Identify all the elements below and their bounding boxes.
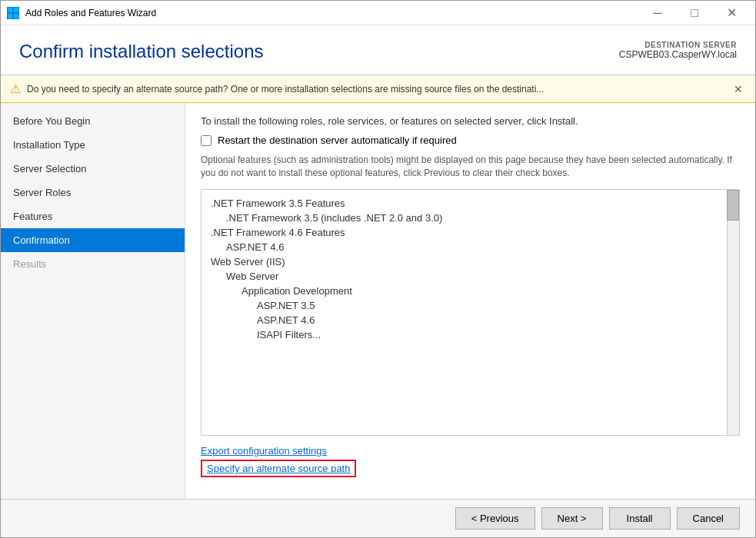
app-icon [7, 7, 19, 19]
feature-item: Web Server [205, 269, 736, 284]
sidebar-item-results: Results [1, 252, 185, 276]
scrollbar-track[interactable] [727, 190, 739, 435]
destination-label: DESTINATION SERVER [619, 41, 737, 49]
sidebar-item-server-roles[interactable]: Server Roles [1, 181, 185, 204]
svg-rect-1 [14, 8, 18, 12]
window-title: Add Roles and Features Wizard [25, 8, 640, 18]
maximize-button[interactable]: □ [677, 2, 712, 25]
previous-button[interactable]: < Previous [455, 507, 535, 530]
alternate-source-link[interactable]: Specify an alternate source path [201, 460, 356, 477]
svg-rect-3 [14, 14, 18, 18]
feature-item: ASP.NET 4.6 [205, 313, 736, 327]
sidebar-item-installation-type[interactable]: Installation Type [1, 133, 185, 157]
features-box: .NET Framework 3.5 Features.NET Framewor… [201, 189, 740, 436]
minimize-button[interactable]: ─ [640, 2, 675, 25]
links-area: Export configuration settings Specify an… [201, 445, 740, 480]
alert-text: Do you need to specify an alternate sour… [27, 84, 724, 95]
svg-rect-0 [8, 8, 12, 12]
close-button[interactable]: ✕ [714, 2, 749, 25]
sidebar-item-confirmation[interactable]: Confirmation [1, 228, 185, 252]
sidebar: Before You BeginInstallation TypeServer … [1, 103, 185, 499]
restart-checkbox[interactable] [201, 135, 211, 146]
next-button[interactable]: Next > [541, 507, 603, 530]
feature-item: Web Server (IIS) [205, 254, 736, 269]
feature-item: .NET Framework 4.6 Features [205, 225, 736, 240]
window-controls: ─ □ ✕ [640, 2, 749, 25]
sidebar-item-server-selection[interactable]: Server Selection [1, 157, 185, 181]
page-title: Confirm installation selections [19, 41, 263, 62]
feature-item: .NET Framework 3.5 Features [205, 196, 736, 211]
features-list[interactable]: .NET Framework 3.5 Features.NET Framewor… [201, 190, 739, 435]
warning-icon: ⚠ [10, 81, 21, 96]
alert-close-button[interactable]: ✕ [731, 83, 746, 95]
restart-label: Restart the destination server automatic… [218, 134, 457, 146]
sidebar-item-features[interactable]: Features [1, 204, 185, 228]
page-header: Confirm installation selections DESTINAT… [1, 25, 755, 75]
feature-item: ASP.NET 3.5 [205, 298, 736, 313]
main-window: Add Roles and Features Wizard ─ □ ✕ Conf… [0, 0, 756, 538]
footer: < Previous Next > Install Cancel [1, 499, 755, 537]
feature-item: .NET Framework 3.5 (includes .NET 2.0 an… [205, 211, 736, 225]
content-area: Before You BeginInstallation TypeServer … [1, 103, 755, 499]
svg-rect-2 [8, 14, 12, 18]
scrollbar-thumb[interactable] [727, 190, 739, 221]
sidebar-item-before-you-begin[interactable]: Before You Begin [1, 109, 185, 133]
intro-text: To install the following roles, role ser… [201, 115, 740, 127]
optional-text: Optional features (such as administratio… [201, 154, 740, 180]
restart-checkbox-row: Restart the destination server automatic… [201, 134, 740, 146]
main-content: To install the following roles, role ser… [185, 103, 755, 499]
cancel-button[interactable]: Cancel [677, 507, 740, 530]
feature-item: ISAPI Filters... [205, 327, 736, 342]
title-bar: Add Roles and Features Wizard ─ □ ✕ [1, 1, 755, 25]
export-config-link[interactable]: Export configuration settings [201, 445, 740, 457]
server-name: CSPWEB03.CasperWY.local [619, 49, 737, 60]
alert-bar: ⚠ Do you need to specify an alternate so… [1, 75, 755, 103]
feature-item: Application Development [205, 284, 736, 298]
destination-server-info: DESTINATION SERVER CSPWEB03.CasperWY.loc… [619, 41, 737, 60]
install-button[interactable]: Install [609, 507, 671, 530]
feature-item: ASP.NET 4.6 [205, 240, 736, 254]
